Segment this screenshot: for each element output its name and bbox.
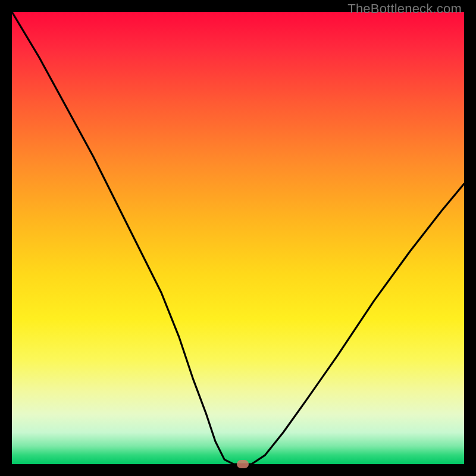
min-point-dot <box>237 460 249 468</box>
watermark-text: TheBottleneck.com <box>347 1 462 17</box>
chart-frame: TheBottleneck.com <box>0 0 476 476</box>
bottleneck-curve <box>12 12 464 464</box>
chart-plot-area <box>12 12 464 464</box>
curve-path <box>12 12 464 464</box>
